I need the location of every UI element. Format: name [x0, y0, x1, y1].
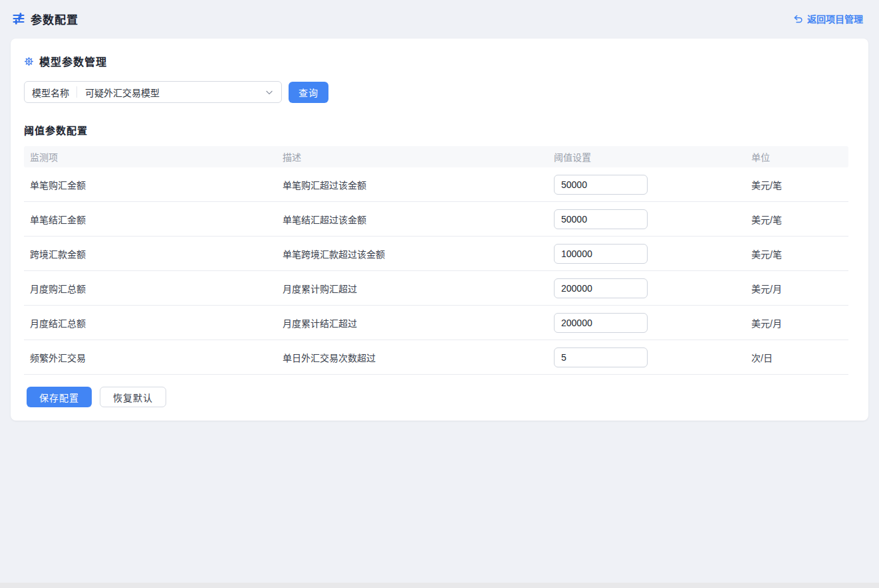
threshold-section-title: 阈值参数配置: [24, 123, 855, 137]
monitor-item-cell: 月度购汇总额: [24, 282, 277, 295]
card-title: 模型参数管理: [39, 53, 107, 69]
unit-cell: 美元/笔: [745, 178, 848, 191]
monitor-item-cell: 单笔购汇金额: [24, 178, 277, 191]
unit-cell: 美元/笔: [745, 213, 848, 226]
table-row: 月度购汇总额 月度累计购汇超过 美元/月: [24, 271, 848, 306]
column-header-unit: 单位: [745, 150, 848, 163]
column-header-threshold: 阈值设置: [548, 150, 745, 163]
threshold-input[interactable]: [554, 175, 648, 195]
monitor-item-cell: 月度结汇总额: [24, 316, 277, 330]
model-name-select[interactable]: 模型名称 可疑外汇交易模型: [24, 81, 282, 103]
page-bottom-edge: [0, 583, 879, 588]
save-config-button[interactable]: 保存配置: [27, 387, 92, 407]
description-cell: 单日外汇交易次数超过: [277, 351, 548, 364]
table-row: 跨境汇款金额 单笔跨境汇款超过该金额 美元/笔: [24, 237, 848, 271]
column-header-description: 描述: [277, 150, 548, 163]
top-header: 参数配置 返回项目管理: [0, 0, 879, 37]
threshold-table: 监测项 描述 阈值设置 单位 单笔购汇金额 单笔购汇超过该金额 美元/笔 单笔结…: [24, 146, 848, 375]
footer-actions: 保存配置 恢复默认: [24, 387, 855, 407]
restore-default-button[interactable]: 恢复默认: [100, 387, 166, 407]
table-row: 月度结汇总额 月度累计结汇超过 美元/月: [24, 306, 848, 340]
sliders-icon: [12, 12, 25, 25]
model-select-value: 可疑外汇交易模型: [77, 86, 265, 99]
description-cell: 单笔跨境汇款超过该金额: [277, 247, 548, 260]
threshold-input[interactable]: [554, 278, 648, 298]
header-left-group: 参数配置: [12, 11, 78, 27]
chevron-down-icon: [265, 88, 274, 97]
gear-icon: [24, 56, 34, 66]
description-cell: 月度累计购汇超过: [277, 282, 548, 295]
description-cell: 单笔结汇超过该金额: [277, 213, 548, 226]
table-row: 频繁外汇交易 单日外汇交易次数超过 次/日: [24, 340, 848, 375]
unit-cell: 美元/月: [745, 316, 848, 330]
threshold-input[interactable]: [554, 347, 648, 367]
undo-icon: [793, 14, 803, 24]
query-row: 模型名称 可疑外汇交易模型 查询: [24, 81, 855, 103]
model-select-label: 模型名称: [25, 86, 76, 99]
column-header-monitor-item: 监测项: [24, 150, 277, 163]
monitor-item-cell: 单笔结汇金额: [24, 213, 277, 226]
unit-cell: 次/日: [745, 351, 848, 364]
model-parameter-card: 模型参数管理 模型名称 可疑外汇交易模型 查询 阈值参数配置 监测项 描述 阈值…: [11, 39, 868, 421]
query-button[interactable]: 查询: [289, 82, 328, 103]
table-row: 单笔购汇金额 单笔购汇超过该金额 美元/笔: [24, 167, 848, 202]
back-to-project-link[interactable]: 返回项目管理: [793, 12, 863, 25]
threshold-input[interactable]: [554, 313, 648, 333]
back-link-label: 返回项目管理: [807, 12, 863, 25]
threshold-input[interactable]: [554, 244, 648, 264]
card-title-row: 模型参数管理: [24, 53, 855, 69]
unit-cell: 美元/笔: [745, 247, 848, 260]
description-cell: 月度累计结汇超过: [277, 316, 548, 330]
table-row: 单笔结汇金额 单笔结汇超过该金额 美元/笔: [24, 202, 848, 237]
monitor-item-cell: 跨境汇款金额: [24, 247, 277, 260]
page-title: 参数配置: [31, 11, 78, 27]
threshold-input[interactable]: [554, 209, 648, 229]
description-cell: 单笔购汇超过该金额: [277, 178, 548, 191]
unit-cell: 美元/月: [745, 282, 848, 295]
monitor-item-cell: 频繁外汇交易: [24, 351, 277, 364]
table-header-row: 监测项 描述 阈值设置 单位: [24, 146, 848, 167]
